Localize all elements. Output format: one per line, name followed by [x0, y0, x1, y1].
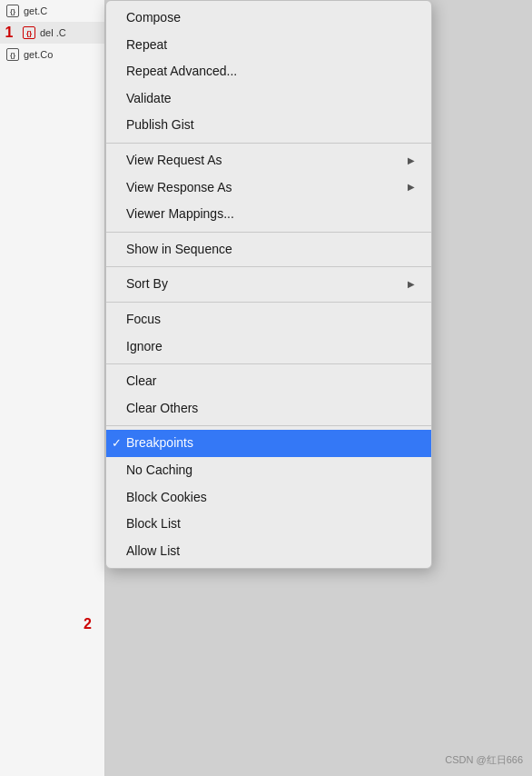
menu-item-no-caching[interactable]: No Caching — [106, 457, 431, 484]
menu-item-label: Clear Others — [126, 400, 198, 418]
submenu-arrow-icon: ▶ — [408, 278, 415, 291]
menu-section-7: ✓ Breakpoints No Caching Block Cookies B… — [106, 426, 431, 568]
menu-item-label: Block List — [126, 515, 181, 533]
menu-item-view-response-as[interactable]: View Response As ▶ — [106, 174, 431, 202]
braces-icon-red: {} — [22, 25, 36, 40]
menu-section-3: Show in Sequence — [106, 233, 431, 268]
menu-item-clear[interactable]: Clear — [106, 368, 431, 395]
braces-icon: {} — [5, 4, 20, 18]
watermark-text: CSDN @红日666 — [445, 753, 523, 767]
braces-icon: {} — [5, 47, 20, 62]
menu-item-label: Clear — [126, 373, 156, 391]
menu-item-breakpoints[interactable]: ✓ Breakpoints — [106, 430, 431, 457]
checkmark-icon: ✓ — [112, 435, 122, 452]
menu-item-label: Repeat Advanced... — [126, 63, 237, 81]
menu-item-ignore[interactable]: Ignore — [106, 333, 431, 361]
menu-item-viewer-mappings[interactable]: Viewer Mappings... — [106, 201, 431, 228]
menu-item-label: View Request As — [126, 152, 222, 170]
sidebar-item-label: get.C — [24, 5, 47, 16]
menu-item-allow-list[interactable]: Allow List — [106, 538, 431, 565]
sidebar-item-delc[interactable]: 1 {} del .C — [0, 22, 104, 44]
menu-item-label: Allow List — [126, 542, 180, 561]
menu-item-clear-others[interactable]: Clear Others — [106, 395, 431, 423]
menu-item-label: Sort By — [126, 275, 168, 293]
menu-item-label: Compose — [126, 9, 181, 27]
sidebar-item-getco[interactable]: {} get.Co — [0, 44, 104, 65]
menu-item-block-cookies[interactable]: Block Cookies — [106, 484, 431, 512]
menu-section-1: Compose Repeat Repeat Advanced... Valida… — [106, 1, 431, 144]
submenu-arrow-icon: ▶ — [408, 181, 415, 194]
menu-section-4: Sort By ▶ — [106, 267, 431, 303]
menu-item-label: Repeat — [126, 36, 167, 55]
menu-item-label: Block Cookies — [126, 489, 207, 507]
menu-item-compose[interactable]: Compose — [106, 5, 431, 32]
menu-item-label: Viewer Mappings... — [126, 205, 234, 224]
menu-item-label: View Response As — [126, 179, 232, 197]
menu-item-view-request-as[interactable]: View Request As ▶ — [106, 147, 431, 174]
sidebar-item-getc[interactable]: {} get.C — [0, 0, 104, 22]
menu-item-label: Ignore — [126, 338, 163, 356]
menu-item-focus[interactable]: Focus — [106, 306, 431, 333]
menu-item-label: No Caching — [126, 462, 192, 480]
submenu-arrow-icon: ▶ — [408, 154, 415, 167]
menu-item-label: Focus — [126, 311, 161, 329]
sidebar-item-label: del .C — [40, 27, 66, 38]
menu-item-sort-by[interactable]: Sort By ▶ — [106, 271, 431, 298]
menu-item-repeat-advanced[interactable]: Repeat Advanced... — [106, 58, 431, 85]
menu-item-label: Publish Gist — [126, 116, 194, 134]
sidebar: {} get.C 1 {} del .C {} get.Co — [0, 0, 105, 776]
menu-item-repeat[interactable]: Repeat — [106, 32, 431, 59]
menu-item-block-list[interactable]: Block List — [106, 511, 431, 538]
menu-section-2: View Request As ▶ View Response As ▶ Vie… — [106, 144, 431, 233]
menu-section-5: Focus Ignore — [106, 303, 431, 364]
menu-item-publish-gist[interactable]: Publish Gist — [106, 112, 431, 139]
menu-item-label: Breakpoints — [126, 434, 193, 453]
badge-2: 2 — [84, 616, 92, 632]
sidebar-item-label: get.Co — [24, 49, 53, 60]
badge-1: 1 — [0, 25, 18, 41]
menu-item-validate[interactable]: Validate — [106, 85, 431, 113]
context-menu: Compose Repeat Repeat Advanced... Valida… — [105, 0, 432, 569]
menu-item-show-in-sequence[interactable]: Show in Sequence — [106, 236, 431, 264]
menu-item-label: Show in Sequence — [126, 241, 232, 259]
menu-section-6: Clear Clear Others — [106, 364, 431, 426]
menu-item-label: Validate — [126, 90, 172, 108]
